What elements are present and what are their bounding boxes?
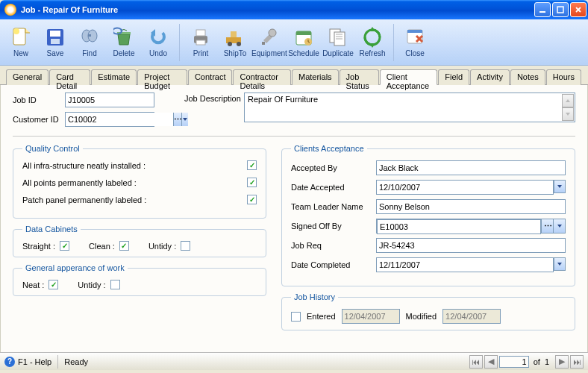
nav-page-input[interactable] (499, 356, 529, 368)
nav-prev-button[interactable]: ◀ (484, 355, 498, 369)
signed-off-browse-button[interactable]: ⋯ (541, 219, 553, 233)
save-label: Save (47, 49, 64, 57)
svg-point-18 (269, 29, 276, 37)
desc-spin-up[interactable] (562, 94, 574, 107)
delete-button[interactable]: Delete (107, 22, 140, 63)
signed-off-dropdown-button[interactable] (553, 219, 565, 233)
print-icon (190, 27, 211, 48)
schedule-button[interactable]: Schedule (287, 22, 320, 63)
data-cabinet-item-checkbox[interactable] (181, 241, 190, 251)
maximize-button[interactable] (552, 2, 569, 17)
svg-rect-6 (51, 39, 60, 44)
shipto-button[interactable]: ShipTo (219, 22, 251, 63)
delete-icon (113, 27, 134, 48)
tab-general[interactable]: General (6, 69, 49, 85)
record-navigator: ⏮ ◀ of 1 ▶ ⏭ (469, 355, 584, 369)
svg-point-17 (237, 42, 241, 46)
customer-id-input[interactable] (66, 113, 173, 126)
refresh-button[interactable]: Refresh (356, 22, 389, 63)
shipto-icon (225, 27, 245, 48)
date-accepted-field[interactable] (376, 180, 554, 195)
general-appearance-item-checkbox[interactable] (110, 280, 120, 289)
close-window-button[interactable] (570, 2, 587, 17)
job-description-field[interactable]: Repair Of Furniture (244, 93, 575, 122)
new-button[interactable]: New (4, 22, 37, 63)
date-completed-dropdown[interactable] (554, 257, 566, 271)
customer-id-combo[interactable]: ⋯ (65, 112, 154, 127)
save-icon (45, 27, 66, 48)
tab-notes[interactable]: Notes (510, 69, 545, 85)
save-button[interactable]: Save (39, 22, 72, 63)
shipto-label: ShipTo (224, 49, 247, 57)
date-accepted-dropdown[interactable] (554, 180, 566, 193)
help-icon[interactable]: ? (4, 357, 15, 367)
client-acceptance-page: Job ID Customer ID ⋯ Job Description Rep… (0, 85, 588, 352)
entered-checkbox[interactable] (291, 312, 301, 322)
tab-field[interactable]: Field (438, 69, 469, 85)
find-button[interactable]: Find (73, 22, 106, 63)
date-accepted-label: Date Accepted (291, 183, 376, 192)
minimize-button[interactable] (534, 2, 551, 17)
tab-contractor-details[interactable]: Contractor Details (233, 69, 291, 85)
job-req-field[interactable] (376, 238, 566, 253)
tab-project-budget[interactable]: Project Budget (137, 69, 187, 85)
data-cabinet-item-checkbox[interactable]: ✓ (119, 241, 129, 251)
date-completed-field[interactable] (376, 257, 554, 272)
modified-label: Modified (406, 312, 437, 321)
window-title: Job - Repair Of Furniture (21, 5, 534, 14)
tab-hours[interactable]: Hours (546, 69, 581, 85)
nav-last-button[interactable]: ⏭ (570, 355, 584, 369)
window-titlebar: Job - Repair Of Furniture (0, 0, 588, 19)
signed-off-combo[interactable]: ⋯ (376, 219, 566, 233)
nav-next-button[interactable]: ▶ (555, 355, 569, 369)
help-text: F1 - Help (18, 357, 51, 366)
customer-id-browse-button[interactable]: ⋯ (173, 113, 181, 126)
general-appearance-item-checkbox[interactable]: ✓ (49, 280, 58, 289)
entered-date-field (342, 309, 400, 324)
qc-item-checkbox[interactable]: ✓ (247, 178, 257, 187)
app-icon (4, 4, 16, 16)
data-cabinet-item-checkbox[interactable]: ✓ (60, 241, 69, 251)
refresh-label: Refresh (359, 49, 385, 57)
tab-client-acceptance[interactable]: Client Acceptance (380, 69, 438, 85)
nav-of-label: of (534, 357, 540, 366)
job-history-group: Job History Entered Modified (281, 292, 575, 330)
team-leader-field[interactable] (376, 199, 566, 214)
equipment-button[interactable]: Equipment (253, 22, 286, 63)
tab-card-detail[interactable]: Card Detail (49, 69, 90, 85)
svg-point-3 (13, 28, 19, 34)
svg-rect-1 (557, 7, 563, 13)
job-id-field[interactable] (65, 93, 154, 107)
tab-estimate[interactable]: Estimate (91, 69, 137, 85)
qc-item-checkbox[interactable]: ✓ (247, 160, 257, 170)
undo-button[interactable]: Undo (142, 22, 175, 63)
tab-job-status[interactable]: Job Status (340, 69, 379, 85)
close-button[interactable]: Close (398, 22, 431, 63)
accepted-by-label: Accepted By (291, 163, 376, 172)
data-cabinets-group: Data Cabinets Straight :✓Clean :✓Untidy … (13, 225, 266, 257)
svg-rect-0 (539, 11, 545, 13)
signed-off-input[interactable] (377, 219, 541, 234)
print-button[interactable]: Print (184, 22, 217, 63)
job-desc-label: Job Description (184, 93, 244, 131)
accepted-by-field[interactable] (376, 160, 566, 175)
qc-item-checkbox[interactable]: ✓ (247, 195, 257, 204)
desc-spin-down[interactable] (562, 107, 574, 121)
svg-rect-26 (407, 30, 422, 33)
close-label: Close (405, 49, 425, 57)
modified-date-field (442, 309, 501, 324)
job-history-legend: Job History (291, 292, 338, 301)
tab-contract[interactable]: Contract (188, 69, 233, 85)
delete-label: Delete (113, 49, 135, 57)
status-ready: Ready (64, 357, 88, 366)
nav-first-button[interactable]: ⏮ (469, 355, 483, 369)
data-cabinet-item-label: Untidy : (148, 242, 176, 251)
duplicate-button[interactable]: Duplicate (322, 22, 354, 63)
team-leader-label: Team Leader Name (291, 202, 376, 211)
tab-activity[interactable]: Activity (470, 69, 510, 85)
svg-rect-13 (196, 40, 205, 45)
qc-item-label: Patch panel permanently labeled : (22, 195, 247, 204)
customer-id-label: Customer ID (13, 115, 65, 124)
tab-materials[interactable]: Materials (292, 69, 339, 85)
schedule-icon (293, 27, 314, 48)
